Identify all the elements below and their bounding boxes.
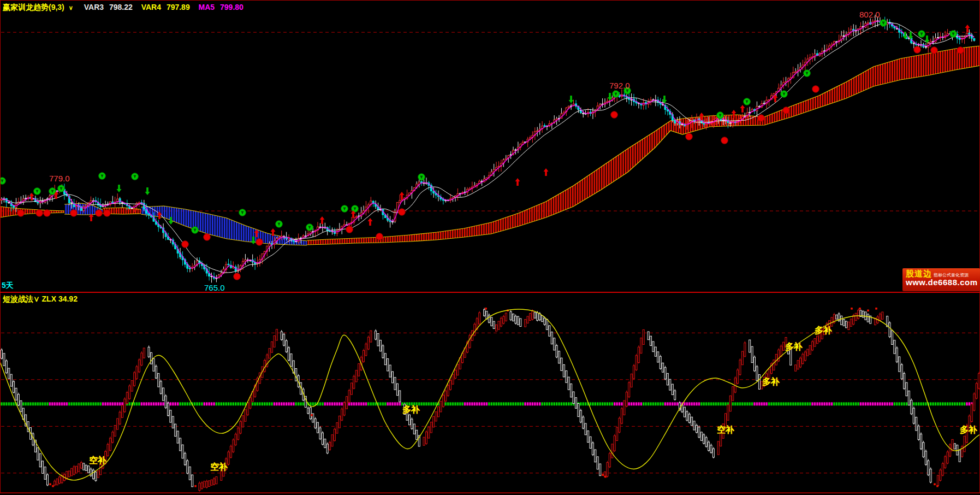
red-ball-sell-icon — [758, 115, 765, 122]
red-ball-sell-icon — [914, 46, 921, 54]
sub-indicator-name[interactable]: 短波战法∨ — [3, 294, 42, 303]
signal-label: 多补 — [960, 425, 977, 434]
red-ball-sell-icon — [812, 86, 819, 93]
sub-value-zlx: ZLX 34.92 — [42, 294, 78, 303]
red-ball-sell-icon — [204, 234, 211, 241]
signal-label: 多补 — [762, 377, 780, 386]
red-ball-sell-icon — [376, 233, 383, 240]
signal-label: 多补 — [785, 342, 803, 351]
watermark-brand: 股道边 — [906, 269, 932, 278]
main-value-var3: VAR3 798.22 — [84, 3, 138, 11]
price-label: 802.0 — [859, 10, 880, 19]
main-value-ma5: MA5 799.80 — [199, 3, 247, 11]
red-ball-sell-icon — [36, 210, 43, 217]
main-indicator-name[interactable]: 赢家训龙趋势(9,3)∨ — [3, 3, 81, 11]
sub-indicator-header: 短波战法∨ ZLX 34.92 — [3, 294, 78, 304]
red-ball-sell-icon — [17, 210, 25, 217]
red-ball-sell-icon — [44, 210, 51, 217]
red-ball-sell-icon — [70, 210, 78, 217]
signal-label: 空补 — [717, 425, 734, 434]
red-ball-sell-icon — [182, 241, 189, 248]
chevron-down-icon[interactable]: ∨ — [69, 4, 73, 11]
red-ball-sell-icon — [96, 210, 103, 217]
red-ball-sell-icon — [346, 226, 353, 233]
trading-app-window: 779.0765.0792.0802.0空补空补多补空补多补多补多补多补 赢家训… — [0, 0, 980, 495]
period-label: 5天 — [2, 281, 14, 291]
red-ball-sell-icon — [686, 133, 693, 140]
price-label: 765.0 — [204, 283, 225, 292]
red-ball-sell-icon — [399, 209, 406, 216]
red-ball-sell-icon — [783, 107, 790, 114]
signal-label: 多补 — [815, 326, 832, 335]
signal-label: 空补 — [89, 455, 106, 465]
red-ball-sell-icon — [611, 111, 618, 119]
signal-label: 空补 — [210, 462, 228, 472]
red-ball-sell-icon — [256, 239, 263, 246]
red-ball-sell-icon — [957, 47, 964, 54]
price-label: 779.0 — [49, 174, 70, 183]
watermark-url: www.de6688.com — [906, 278, 978, 287]
red-ball-sell-icon — [104, 210, 111, 217]
chevron-down-icon[interactable]: ∨ — [33, 294, 40, 303]
red-ball-sell-icon — [721, 137, 728, 144]
red-ball-sell-icon — [234, 273, 241, 280]
main-value-var4: VAR4 797.89 — [141, 3, 195, 11]
watermark-badge: 股道边 指标公式量化资源 www.de6688.com — [902, 268, 980, 291]
main-indicator-header: 赢家训龙趋势(9,3)∨ VAR3 798.22 VAR4 797.89 MA5… — [3, 3, 250, 13]
price-label: 792.0 — [609, 81, 630, 90]
signal-label: 多补 — [402, 405, 420, 414]
red-ball-sell-icon — [931, 47, 938, 54]
chart-canvas[interactable]: 779.0765.0792.0802.0空补空补多补空补多补多补多补多补 — [0, 0, 980, 495]
